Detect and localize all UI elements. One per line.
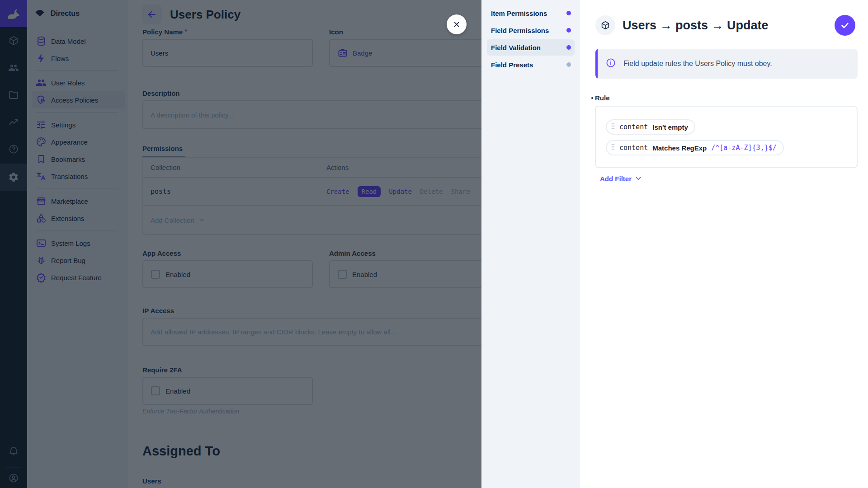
box-icon — [600, 20, 610, 30]
rule-label-row: Rule — [591, 94, 610, 102]
status-dot — [566, 62, 571, 67]
info-icon — [605, 57, 616, 70]
menu-item-label: Field Permissions — [491, 27, 549, 34]
check-icon — [840, 20, 850, 31]
add-filter-button[interactable]: Add Filter — [600, 174, 642, 183]
status-dot — [566, 11, 571, 15]
rule-label: Rule — [595, 94, 610, 102]
menu-item-field-permissions[interactable]: Field Permissions — [487, 22, 575, 38]
filter-field[interactable]: content — [619, 144, 648, 152]
notice-accent-bar — [595, 49, 598, 79]
edited-dot — [591, 97, 593, 99]
filter-field[interactable]: content — [619, 123, 648, 131]
menu-item-field-presets[interactable]: Field Presets — [487, 56, 575, 73]
filter-operator[interactable]: Matches RegExp — [652, 144, 707, 152]
chevron-down-icon — [634, 174, 642, 183]
drag-handle-icon[interactable] — [611, 123, 615, 131]
filter-chip-isnt-empty[interactable]: content Isn't empty — [606, 119, 695, 135]
add-filter-label: Add Filter — [600, 175, 632, 183]
menu-item-item-permissions[interactable]: Item Permissions — [487, 5, 575, 21]
status-dot — [566, 45, 571, 50]
screen: Directus Data Model Flows User Roles Acc… — [0, 0, 868, 488]
filter-chip-matches-regexp[interactable]: content Matches RegExp /^[a-zA-Z]{3,}$/ — [606, 140, 784, 155]
status-dot — [566, 28, 571, 33]
menu-item-field-validation[interactable]: Field Validation — [487, 39, 575, 56]
menu-item-label: Field Presets — [491, 61, 533, 69]
close-drawer-button[interactable] — [447, 14, 467, 34]
close-icon — [452, 19, 462, 29]
save-button[interactable] — [835, 15, 855, 36]
drawer-header-icon-circle — [595, 15, 615, 35]
menu-item-label: Item Permissions — [491, 9, 547, 17]
drawer-menu: Item Permissions Field Permissions Field… — [481, 0, 580, 488]
notice-text: Field update rules the Users Policy must… — [623, 60, 772, 68]
rule-filters-container: content Isn't empty content Matches RegE… — [595, 106, 858, 168]
drag-handle-icon[interactable] — [611, 144, 615, 152]
menu-item-label: Field Validation — [491, 44, 541, 52]
filter-operator[interactable]: Isn't empty — [652, 123, 688, 131]
filter-value[interactable]: /^[a-zA-Z]{3,}$/ — [711, 144, 777, 152]
permissions-drawer: Item Permissions Field Permissions Field… — [481, 0, 868, 488]
drawer-content: Users → posts → Update Field update rule… — [580, 0, 868, 488]
info-notice: Field update rules the Users Policy must… — [595, 49, 858, 79]
drawer-title: Users → posts → Update — [623, 19, 769, 33]
